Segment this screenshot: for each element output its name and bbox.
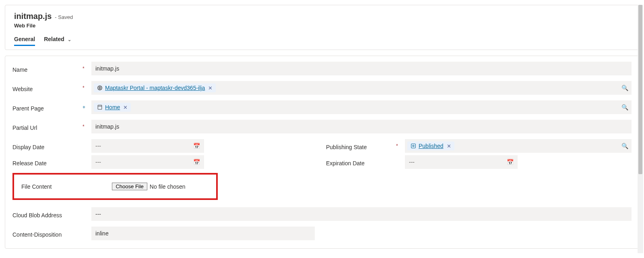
required-indicator: * <box>396 143 403 149</box>
file-content-highlight-box: File Content Choose File No file chosen <box>12 173 218 200</box>
label-name: Name <box>12 64 81 73</box>
parent-page-chip: Home ✕ <box>94 103 131 112</box>
partial-url-input[interactable] <box>91 120 632 133</box>
svg-rect-2 <box>411 144 416 148</box>
publishing-state-chip: Published ✕ <box>407 141 454 150</box>
chevron-down-icon: ⌄ <box>68 37 71 42</box>
state-icon <box>411 143 416 149</box>
publishing-state-lookup[interactable]: Published ✕ 🔍 <box>405 139 632 153</box>
tab-general[interactable]: General <box>14 36 35 46</box>
no-file-chosen-label: No file chosen <box>150 183 186 190</box>
website-chip-remove[interactable]: ✕ <box>207 85 213 91</box>
name-input[interactable] <box>91 62 632 75</box>
search-icon[interactable]: 🔍 <box>621 104 628 110</box>
calendar-icon[interactable]: 📅 <box>507 159 514 165</box>
display-date-value: --- <box>95 143 101 149</box>
release-date-input[interactable]: --- 📅 <box>91 155 204 169</box>
record-header-panel: initmap.js - Saved Web File General Rela… <box>5 5 639 50</box>
cloud-blob-address-input[interactable] <box>91 207 632 221</box>
calendar-icon[interactable]: 📅 <box>193 143 200 149</box>
parent-page-link[interactable]: Home <box>105 104 120 110</box>
website-chip: Maptaskr Portal - maptaskr-devd365-ilja … <box>94 83 216 92</box>
expiration-date-value: --- <box>409 159 415 165</box>
choose-file-button[interactable]: Choose File <box>112 183 147 190</box>
form-panel: Name * Website * Maptaskr Portal - mapta… <box>5 56 639 249</box>
release-date-value: --- <box>95 159 101 165</box>
label-cloud-blob-address: Cloud Blob Address <box>12 210 81 218</box>
search-icon[interactable]: 🔍 <box>621 85 628 91</box>
tab-strip: General Related ⌄ <box>14 36 630 46</box>
tab-related-label: Related <box>44 36 64 42</box>
tab-general-label: General <box>14 36 35 42</box>
entity-type-label: Web File <box>14 23 630 29</box>
required-indicator: * <box>83 66 90 71</box>
label-display-date: Display Date <box>12 141 81 150</box>
label-parent-page: Parent Page <box>12 103 81 112</box>
page-title: initmap.js <box>14 12 52 21</box>
website-lookup[interactable]: Maptaskr Portal - maptaskr-devd365-ilja … <box>91 81 632 95</box>
website-link[interactable]: Maptaskr Portal - maptaskr-devd365-ilja <box>105 85 205 91</box>
label-website: Website <box>12 83 81 92</box>
required-indicator: * <box>83 124 90 129</box>
display-date-input[interactable]: --- 📅 <box>91 139 204 153</box>
label-release-date: Release Date <box>12 158 81 166</box>
publishing-state-link[interactable]: Published <box>419 143 444 149</box>
content-disposition-input[interactable]: inline <box>91 227 315 240</box>
label-partial-url: Partial Url <box>12 122 81 131</box>
save-status: - Saved <box>55 14 73 20</box>
label-expiration-date: Expiration Date <box>326 158 394 166</box>
search-icon[interactable]: 🔍 <box>621 143 628 149</box>
tab-related[interactable]: Related ⌄ <box>44 36 71 46</box>
expiration-date-input[interactable]: --- 📅 <box>405 155 518 169</box>
file-content-input[interactable]: Choose File No file chosen <box>112 183 185 190</box>
label-file-content: File Content <box>21 183 52 190</box>
content-disposition-value: inline <box>95 230 109 237</box>
page-icon <box>97 104 103 110</box>
parent-page-chip-remove[interactable]: ✕ <box>122 104 128 110</box>
svg-point-3 <box>413 145 414 147</box>
publishing-state-chip-remove[interactable]: ✕ <box>446 143 451 149</box>
calendar-icon[interactable]: 📅 <box>193 159 200 165</box>
scrollbar-thumb[interactable] <box>638 5 642 174</box>
svg-rect-1 <box>98 105 102 110</box>
required-indicator: * <box>83 85 90 91</box>
parent-page-lookup[interactable]: Home ✕ 🔍 <box>91 100 632 114</box>
globe-icon <box>97 85 103 91</box>
scrollbar[interactable] <box>638 5 643 253</box>
recommended-indicator: + <box>83 104 90 110</box>
label-content-disposition: Content-Disposition <box>12 229 81 238</box>
label-publishing-state: Publishing State <box>326 141 394 150</box>
